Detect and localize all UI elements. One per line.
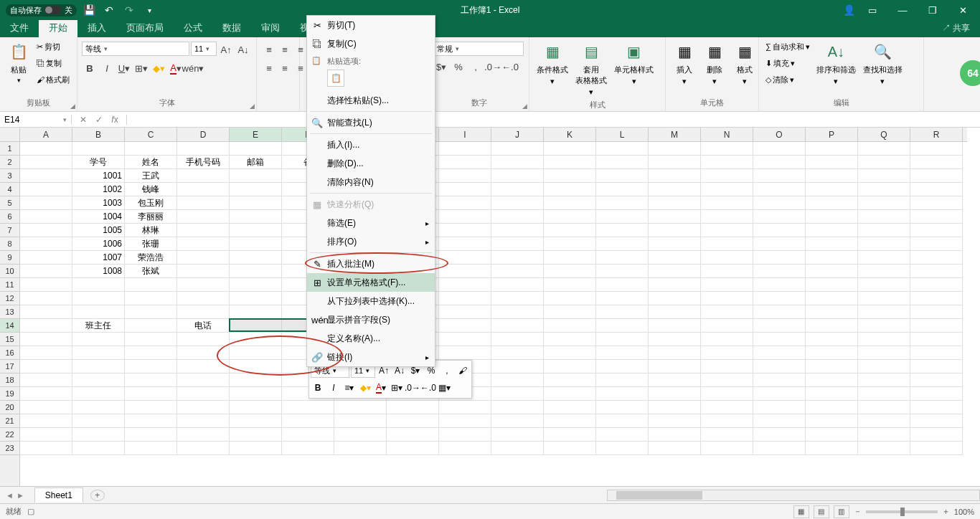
cell[interactable] xyxy=(230,401,282,414)
mini-comma-icon[interactable]: , xyxy=(440,363,454,378)
cell[interactable] xyxy=(858,169,910,183)
cell[interactable] xyxy=(701,333,753,346)
cell[interactable] xyxy=(858,265,910,278)
cell[interactable] xyxy=(439,210,491,224)
cm-filter[interactable]: 筛选(E)▸ xyxy=(307,214,435,232)
cell[interactable] xyxy=(439,251,491,265)
cell[interactable] xyxy=(910,224,963,237)
cell[interactable] xyxy=(701,373,753,387)
cell[interactable] xyxy=(72,142,125,156)
cell[interactable] xyxy=(20,237,72,251)
cell[interactable] xyxy=(177,305,230,319)
cell[interactable] xyxy=(177,183,230,196)
sheet-nav-prev-icon[interactable]: ◄ xyxy=(6,491,14,500)
cell[interactable] xyxy=(701,387,753,401)
table-format-button[interactable]: ▤套用 表格格式▾ xyxy=(573,39,610,98)
align-left-icon[interactable]: ≡ xyxy=(261,60,277,76)
save-icon[interactable]: 💾 xyxy=(81,2,97,18)
underline-button[interactable]: U▾ xyxy=(116,60,132,76)
inc-decimal-icon[interactable]: .0→ xyxy=(485,59,501,75)
cell[interactable] xyxy=(177,224,230,237)
cell[interactable] xyxy=(858,428,910,442)
cell[interactable] xyxy=(910,278,963,292)
cell[interactable] xyxy=(20,305,72,319)
cell[interactable] xyxy=(858,196,910,210)
cell[interactable] xyxy=(177,442,230,455)
align-mid-icon[interactable]: ≡ xyxy=(277,42,293,57)
row-header[interactable]: 20 xyxy=(0,401,19,414)
cell[interactable] xyxy=(910,265,963,278)
cell[interactable]: 钱峰 xyxy=(125,183,177,196)
row-header[interactable]: 9 xyxy=(0,251,19,265)
cell[interactable] xyxy=(806,401,858,414)
cell-styles-button[interactable]: ▣单元格样式▾ xyxy=(611,39,656,87)
cell[interactable] xyxy=(858,387,910,401)
cell[interactable] xyxy=(701,401,753,414)
cell[interactable] xyxy=(753,414,806,428)
mini-inc-dec-icon[interactable]: .0→ xyxy=(405,381,420,395)
cell[interactable] xyxy=(125,319,177,333)
cell[interactable] xyxy=(649,142,701,156)
cell[interactable] xyxy=(858,156,910,169)
cell[interactable]: 1003 xyxy=(72,196,125,210)
cell[interactable] xyxy=(72,346,125,360)
tab-layout[interactable]: 页面布局 xyxy=(116,19,174,37)
cell[interactable] xyxy=(282,401,334,414)
font-size-combo[interactable]: 11▾ xyxy=(191,42,217,56)
cell[interactable] xyxy=(544,442,596,455)
spreadsheet-grid[interactable]: ABCDEFGHIJKLMNOPQR 123456789101112131415… xyxy=(0,128,980,486)
zoom-in-icon[interactable]: ＋ xyxy=(942,506,950,517)
cell[interactable] xyxy=(910,305,963,319)
row-header[interactable]: 22 xyxy=(0,428,19,442)
cell[interactable] xyxy=(439,319,491,333)
cell[interactable] xyxy=(177,210,230,224)
cell[interactable] xyxy=(596,142,649,156)
col-header[interactable]: A xyxy=(20,128,72,141)
row-header[interactable]: 14 xyxy=(0,319,19,333)
cell[interactable] xyxy=(806,292,858,305)
cm-cut[interactable]: ✂剪切(T) xyxy=(307,16,435,34)
cell[interactable] xyxy=(125,442,177,455)
cell[interactable] xyxy=(439,346,491,360)
cell[interactable] xyxy=(701,442,753,455)
cell[interactable] xyxy=(439,305,491,319)
cell[interactable] xyxy=(544,210,596,224)
cell[interactable] xyxy=(491,237,544,251)
cell[interactable] xyxy=(72,292,125,305)
cell[interactable] xyxy=(177,360,230,373)
cell[interactable] xyxy=(596,305,649,319)
mini-painter-icon[interactable]: 🖌 xyxy=(456,363,470,378)
cell[interactable] xyxy=(230,265,282,278)
row-header[interactable]: 11 xyxy=(0,278,19,292)
cell[interactable] xyxy=(544,428,596,442)
cell[interactable] xyxy=(230,333,282,346)
row-header[interactable]: 17 xyxy=(0,360,19,373)
cell[interactable] xyxy=(230,183,282,196)
cell[interactable] xyxy=(753,305,806,319)
cell[interactable] xyxy=(544,319,596,333)
cell[interactable] xyxy=(491,251,544,265)
cell[interactable]: 1006 xyxy=(72,237,125,251)
cell[interactable] xyxy=(858,210,910,224)
copy-button[interactable]: ⿻ 复制 xyxy=(34,55,72,71)
cell[interactable] xyxy=(701,210,753,224)
paste-button[interactable]: 📋 粘贴▾ xyxy=(4,39,33,85)
cell[interactable] xyxy=(596,224,649,237)
cell[interactable] xyxy=(701,237,753,251)
cell[interactable] xyxy=(753,292,806,305)
account-icon[interactable]: 👤 xyxy=(841,2,857,18)
cell[interactable] xyxy=(177,237,230,251)
cell[interactable] xyxy=(858,278,910,292)
cell[interactable] xyxy=(177,169,230,183)
row-header[interactable]: 10 xyxy=(0,265,19,278)
cell[interactable] xyxy=(72,333,125,346)
cell[interactable]: 张珊 xyxy=(125,237,177,251)
cell[interactable] xyxy=(125,360,177,373)
shrink-font-icon[interactable]: A↓ xyxy=(235,42,251,57)
mini-fill-color[interactable]: ◆▾ xyxy=(358,381,372,395)
cell[interactable] xyxy=(20,319,72,333)
cell[interactable] xyxy=(544,156,596,169)
cell[interactable] xyxy=(72,428,125,442)
cell[interactable] xyxy=(910,401,963,414)
cell[interactable] xyxy=(910,169,963,183)
